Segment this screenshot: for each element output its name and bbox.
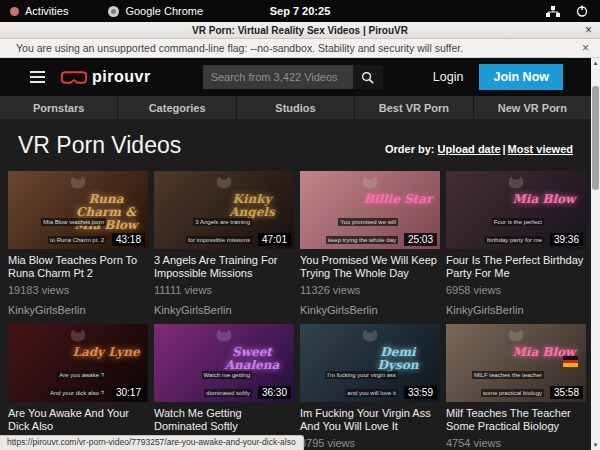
- screen: Activities Google Chrome Sep 7 20:25 VR …: [0, 0, 600, 450]
- studio-cat-mask-icon: [360, 175, 380, 191]
- network-icon[interactable]: [546, 6, 560, 17]
- studio-cat-mask-icon: [68, 328, 88, 344]
- order-upload-date-link[interactable]: Upload date: [438, 143, 501, 155]
- video-card: Sweet Analena Watch me getting dominated…: [154, 324, 294, 449]
- scrollbar[interactable]: ▲ ▼: [591, 58, 600, 450]
- order-by-label: Order by:: [385, 143, 435, 155]
- page-content: pirouvr Login Join Now Pornstars Categor…: [0, 58, 591, 450]
- join-now-button[interactable]: Join Now: [479, 64, 563, 90]
- thumbnail-caption: Four is the perfect birthday party for m…: [450, 210, 544, 246]
- search-button[interactable]: [353, 65, 383, 89]
- scroll-up-arrow-icon[interactable]: ▲: [591, 58, 600, 68]
- scrollbar-thumb[interactable]: [592, 86, 599, 190]
- video-views: 19183 views: [8, 284, 148, 296]
- warning-close-icon[interactable]: ×: [582, 41, 589, 55]
- search-input[interactable]: [203, 65, 353, 89]
- video-thumbnail[interactable]: Kinky Angels 3 Angels are training for i…: [154, 171, 294, 249]
- menu-hamburger-icon[interactable]: [30, 71, 45, 83]
- video-studio[interactable]: KinkyGirlsBerlin: [154, 304, 294, 316]
- vr-goggles-icon: [61, 70, 87, 85]
- video-title[interactable]: 3 Angels Are Training For Impossible Mis…: [154, 254, 294, 279]
- nav-item-categories[interactable]: Categories: [118, 96, 236, 119]
- system-top-bar: Activities Google Chrome Sep 7 20:25: [0, 0, 600, 22]
- thumbnail-caption: You promised we will keep trying the who…: [304, 210, 398, 246]
- video-views: 11111 views: [154, 284, 294, 296]
- thumbnail-model-name: Billie Star: [360, 193, 436, 206]
- studio-cat-mask-icon: [68, 175, 88, 191]
- video-thumbnail[interactable]: Demi Dyson I'm fucking your virgin ass a…: [300, 324, 440, 402]
- window-title: VR Porn: Virtual Reality Sex Videos | Pi…: [192, 25, 408, 36]
- video-studio[interactable]: KinkyGirlsBerlin: [446, 304, 586, 316]
- app-name-label: Google Chrome: [125, 5, 203, 17]
- warning-text: You are using an unsupported command-lin…: [16, 42, 463, 54]
- clock[interactable]: Sep 7 20:25: [0, 5, 600, 17]
- order-by: Order by: Upload date|Most viewed: [385, 143, 573, 159]
- thumbnail-model-name: Mia Blow: [506, 193, 582, 206]
- video-card: Mia Blow MILF teaches the teacher some p…: [446, 324, 586, 449]
- thumbnail-caption: Watch me getting dominated softly: [158, 363, 252, 399]
- activities-label: Activities: [25, 5, 68, 17]
- video-views: 6958 views: [446, 284, 586, 296]
- thumbnail-model-name: Lady Lyne: [68, 346, 144, 359]
- window-title-bar: VR Porn: Virtual Reality Sex Videos | Pi…: [0, 22, 600, 39]
- chrome-icon: [108, 6, 119, 17]
- activities-button[interactable]: Activities: [0, 5, 68, 17]
- video-card: Mia Blow Four is the perfect birthday pa…: [446, 171, 586, 316]
- duration-badge: 36:30: [258, 386, 291, 399]
- thumbnail-caption: Are you awake ? And your dick also ?: [12, 363, 106, 399]
- video-thumbnail[interactable]: Lady Lyne Are you awake ? And your dick …: [8, 324, 148, 402]
- search-icon: [361, 71, 374, 84]
- video-thumbnail[interactable]: Billie Star You promised we will keep tr…: [300, 171, 440, 249]
- video-title[interactable]: Im Fucking Your Virgin Ass And You Will …: [300, 407, 440, 432]
- duration-badge: 30:17: [112, 386, 145, 399]
- video-views: 11326 views: [300, 284, 440, 296]
- video-studio[interactable]: KinkyGirlsBerlin: [300, 304, 440, 316]
- notification-dot-icon: [10, 7, 19, 16]
- video-grid: Runa Charm & Mia Blow Mia Blow teaches p…: [8, 171, 591, 449]
- video-thumbnail[interactable]: Sweet Analena Watch me getting dominated…: [154, 324, 294, 402]
- window-close-icon[interactable]: ×: [585, 23, 592, 37]
- duration-badge: 39:36: [550, 233, 583, 246]
- order-separator: |: [503, 143, 506, 155]
- main-nav: Pornstars Categories Studios Best VR Por…: [0, 96, 591, 119]
- site-logo[interactable]: pirouvr: [61, 68, 151, 86]
- video-card: Billie Star You promised we will keep tr…: [300, 171, 440, 316]
- video-title[interactable]: Milf Teaches The Teacher Some Practical …: [446, 407, 586, 432]
- link-preview-status-bar: https://pirouvr.com/vr-porn-video/779325…: [0, 435, 304, 450]
- video-title[interactable]: Watch Me Getting Dominated Softly: [154, 407, 294, 432]
- video-thumbnail[interactable]: Mia Blow Four is the perfect birthday pa…: [446, 171, 586, 249]
- thumbnail-caption: I'm fucking your virgin ass and you will…: [304, 363, 398, 399]
- nav-item-studios[interactable]: Studios: [237, 96, 355, 119]
- studio-cat-mask-icon: [506, 175, 526, 191]
- nav-item-pornstars[interactable]: Pornstars: [0, 96, 118, 119]
- power-icon[interactable]: [576, 5, 588, 17]
- system-tray: [546, 5, 600, 17]
- video-title[interactable]: Four Is The Perfect Birthday Party For M…: [446, 254, 586, 279]
- video-thumbnail[interactable]: Mia Blow MILF teaches the teacher some p…: [446, 324, 586, 402]
- german-flag-icon: [563, 356, 578, 367]
- video-title[interactable]: Are You Awake And Your Dick Also: [8, 407, 148, 432]
- duration-badge: 47:01: [258, 233, 291, 246]
- sandbox-warning-bar: You are using an unsupported command-lin…: [0, 39, 600, 58]
- logo-text: pirouvr: [92, 68, 151, 86]
- video-title[interactable]: Mia Blow Teaches Porn To Runa Charm Pt 2: [8, 254, 148, 279]
- nav-item-best-vr-porn[interactable]: Best VR Porn: [355, 96, 473, 119]
- video-title[interactable]: You Promised We Will Keep Trying The Who…: [300, 254, 440, 279]
- page-head: VR Porn Videos Order by: Upload date|Mos…: [0, 119, 591, 169]
- focused-app-menu[interactable]: Google Chrome: [108, 5, 203, 17]
- login-link[interactable]: Login: [433, 70, 464, 84]
- duration-badge: 43:18: [112, 233, 145, 246]
- video-card: Runa Charm & Mia Blow Mia Blow teaches p…: [8, 171, 148, 316]
- order-most-viewed-link[interactable]: Most viewed: [508, 143, 573, 155]
- video-studio[interactable]: KinkyGirlsBerlin: [8, 304, 148, 316]
- thumbnail-caption: MILF teaches the teacher some practical …: [450, 363, 544, 399]
- thumbnail-caption: Mia Blow teaches porn to Runa Charm pt. …: [12, 210, 106, 246]
- page-title: VR Porn Videos: [18, 132, 181, 159]
- scroll-down-arrow-icon[interactable]: ▼: [591, 440, 600, 450]
- video-views: 8795 views: [300, 437, 440, 449]
- search-box: [203, 65, 383, 89]
- nav-item-new-vr-porn[interactable]: New VR Porn: [474, 96, 591, 119]
- duration-badge: 35:58: [550, 386, 583, 399]
- video-card: Lady Lyne Are you awake ? And your dick …: [8, 324, 148, 449]
- video-thumbnail[interactable]: Runa Charm & Mia Blow Mia Blow teaches p…: [8, 171, 148, 249]
